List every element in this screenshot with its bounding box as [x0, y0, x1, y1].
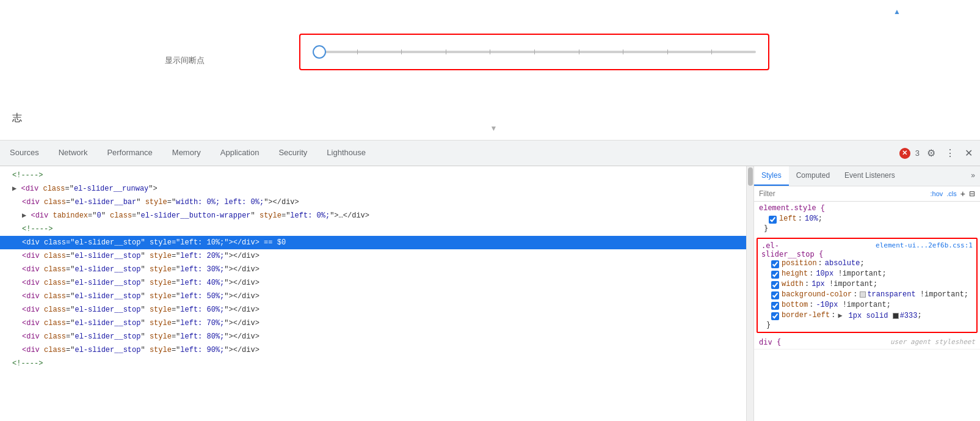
styles-content: element.style { left : 10% ; } .el-slide…	[754, 202, 980, 421]
rule-source: element-ui...2ef6b.css:1	[876, 241, 973, 258]
more-icon[interactable]: ⋮	[943, 145, 957, 161]
slider-tick	[357, 49, 358, 54]
property-checkbox[interactable]	[769, 216, 777, 224]
slider-tick	[490, 49, 490, 54]
highlighted-css-rule: .el-slider__stop { element-ui...2ef6b.cs…	[757, 238, 978, 333]
tab-actions: ✕ 3 ⚙ ⋮ ✕	[899, 141, 980, 166]
dom-line[interactable]: <div class="el-slider__stop" style="left…	[0, 276, 753, 290]
tab-network[interactable]: Network	[49, 141, 98, 166]
style-property: left : 10% ;	[759, 214, 975, 224]
page-preview: ▲ 志 显示间断点 ▼	[0, 0, 980, 141]
slider-tick	[401, 49, 402, 54]
rule-header: .el-slider__stop { element-ui...2ef6b.cs…	[761, 241, 973, 258]
styles-tab-bar: Styles Computed Event Listeners »	[754, 166, 980, 186]
slider-label: 显示间断点	[165, 55, 205, 66]
styles-filter-input[interactable]	[759, 189, 927, 198]
slider-tick	[623, 49, 623, 54]
filter-cls-button[interactable]: .cls	[946, 190, 957, 197]
slider-tick	[711, 49, 712, 54]
dom-line[interactable]: <div class="el-slider__stop" style="left…	[0, 263, 753, 276]
tab-security[interactable]: Security	[269, 141, 317, 166]
expand-panel-button[interactable]: »	[966, 166, 980, 186]
dropdown-arrow-icon[interactable]: ▼	[490, 124, 498, 133]
style-property-bottom: bottom : -10px !important ;	[761, 300, 973, 310]
devtools-tab-bar: Sources Network Performance Memory Appli…	[0, 141, 980, 166]
color-swatch[interactable]	[860, 291, 866, 298]
property-checkbox[interactable]	[771, 281, 779, 289]
error-icon: ✕	[899, 148, 910, 159]
expand-arrow-icon[interactable]: ▶	[12, 185, 16, 193]
property-checkbox[interactable]	[771, 312, 779, 320]
chinese-label: 志	[12, 112, 22, 125]
filter-hov-button[interactable]: :hov	[931, 190, 943, 197]
dom-scroll-thumb[interactable]	[748, 167, 753, 186]
property-checkbox[interactable]	[771, 302, 779, 310]
dom-line: <!---->	[0, 222, 753, 236]
up-arrow-icon[interactable]: ▲	[893, 7, 901, 16]
tab-memory[interactable]: Memory	[162, 141, 211, 166]
property-checkbox[interactable]	[771, 271, 779, 279]
dom-line[interactable]: <div class="el-slider__stop" style="left…	[0, 343, 753, 357]
dom-content: <!----> ▶ <div class="el-slider__runway"…	[0, 166, 753, 373]
devtools-main: <!----> ▶ <div class="el-slider__runway"…	[0, 166, 980, 421]
dom-line[interactable]: <div class="el-slider__bar" style="width…	[0, 196, 753, 209]
slider-tick	[446, 49, 446, 54]
property-checkbox[interactable]	[771, 291, 779, 299]
color-swatch[interactable]	[893, 313, 899, 319]
dom-line[interactable]: <div class="el-slider__stop" style="left…	[0, 317, 753, 330]
dom-scrollbar[interactable]	[746, 166, 753, 421]
element-style-selector: element.style {	[759, 204, 975, 213]
slider-track[interactable]	[313, 51, 756, 53]
slider-tick	[667, 49, 668, 54]
rule-selector: .el-slider__stop {	[761, 241, 823, 258]
style-property-width: width : 1px !important ;	[761, 279, 973, 290]
slider-container	[299, 34, 769, 70]
expand-arrow-icon[interactable]: ▶	[22, 211, 26, 220]
dom-panel: <!----> ▶ <div class="el-slider__runway"…	[0, 166, 754, 421]
dom-line: <!---->	[0, 357, 753, 370]
ua-rule-selector: div {	[759, 338, 781, 346]
style-property-position: position : absolute ;	[761, 258, 973, 269]
filter-add-button[interactable]: +	[960, 189, 965, 199]
devtools-wrapper: ▲ 志 显示间断点 ▼ Sources	[0, 0, 980, 421]
close-icon[interactable]: ✕	[962, 145, 975, 161]
dom-line[interactable]: <div class="el-slider__stop" style="left…	[0, 290, 753, 303]
dom-line[interactable]: ▶ <div class="el-slider__runway">	[0, 182, 753, 196]
dom-line-selected[interactable]: <div class="el-slider__stop" style="left…	[0, 236, 753, 249]
dom-line[interactable]: <div class="el-slider__stop" style="left…	[0, 303, 753, 317]
style-property-border-left: border-left : ▶ 1px solid #333 ;	[761, 310, 973, 321]
element-style-close: }	[759, 224, 975, 233]
dom-line[interactable]: <div class="el-slider__stop" style="left…	[0, 249, 753, 263]
tab-lighthouse[interactable]: Lighthouse	[317, 141, 376, 166]
styles-tab-styles[interactable]: Styles	[754, 166, 789, 186]
tab-sources[interactable]: Sources	[0, 141, 49, 166]
dom-line: <!---->	[0, 169, 753, 182]
ua-rule-source: user agent stylesheet	[890, 338, 975, 346]
filter-layout-icon[interactable]: ⊟	[969, 189, 975, 198]
expand-triangle-icon[interactable]: ▶	[838, 311, 844, 320]
dom-line[interactable]: ▶ <div tabindex="0" class="el-slider__bu…	[0, 209, 753, 222]
tab-application[interactable]: Application	[211, 141, 269, 166]
styles-panel: Styles Computed Event Listeners » :hov .…	[754, 166, 980, 421]
dom-line[interactable]: <div class="el-slider__stop" style="left…	[0, 330, 753, 343]
slider-tick	[579, 49, 579, 54]
tab-performance[interactable]: Performance	[97, 141, 162, 166]
error-count: 3	[915, 148, 920, 158]
property-checkbox[interactable]	[771, 260, 779, 268]
slider-thumb[interactable]	[313, 45, 326, 59]
rule-close: }	[761, 321, 973, 329]
styles-tab-event-listeners[interactable]: Event Listeners	[837, 166, 902, 186]
slider-tick	[534, 49, 535, 54]
styles-filter-row: :hov .cls + ⊟	[754, 186, 980, 202]
ua-rule-header: div { user agent stylesheet	[759, 338, 975, 346]
style-property-background-color: background-color : transparent !importan…	[761, 290, 973, 300]
settings-icon[interactable]: ⚙	[924, 145, 938, 161]
style-property-height: height : 10px !important ;	[761, 269, 973, 279]
styles-tab-computed[interactable]: Computed	[789, 166, 837, 186]
user-agent-rule: div { user agent stylesheet	[754, 335, 980, 350]
element-style-rule: element.style { left : 10% ; }	[754, 202, 980, 235]
